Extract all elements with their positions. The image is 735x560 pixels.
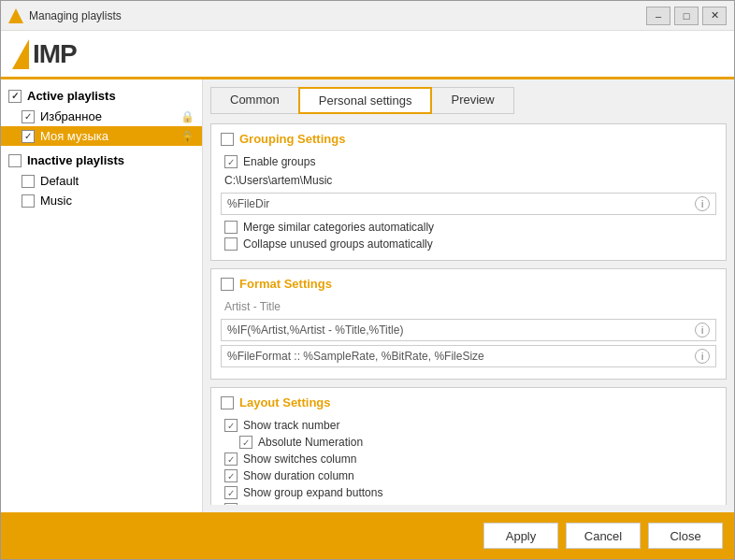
default-label: Default (40, 174, 79, 188)
merge-checkbox[interactable] (224, 221, 238, 234)
absolute-numeration-label: Absolute Numeration (258, 436, 363, 449)
show-duration-label: Show duration column (243, 469, 354, 482)
enable-groups-checkbox[interactable] (224, 155, 238, 168)
inactive-playlists-checkbox[interactable] (8, 154, 22, 167)
close-button[interactable]: Close (648, 523, 723, 549)
show-expand-label: Show group expand buttons (243, 486, 382, 499)
right-panel: Common Personal settings Preview Groupin… (203, 79, 734, 512)
cancel-button[interactable]: Cancel (566, 523, 641, 549)
filedir-input-row: i (221, 193, 716, 215)
minimize-button[interactable]: – (646, 7, 670, 25)
title-bar: Managing playlists – □ ✕ (1, 1, 734, 31)
show-duration-checkbox[interactable] (224, 469, 238, 482)
grouping-title: Grouping Settings (239, 132, 345, 146)
show-track-number-label: Show track number (243, 419, 339, 432)
svg-marker-0 (8, 8, 23, 23)
main-content: Active playlists Избранное 🔒 Моя музыка … (1, 79, 734, 512)
moya-muzika-checkbox[interactable] (22, 130, 35, 143)
absolute-numeration-checkbox[interactable] (239, 436, 252, 449)
grouping-section-checkbox[interactable] (221, 133, 234, 146)
apply-button[interactable]: Apply (483, 523, 558, 549)
playlist-item-music[interactable]: Music (1, 191, 202, 210)
left-panel: Active playlists Избранное 🔒 Моя музыка … (1, 79, 203, 512)
show-track-number-checkbox[interactable] (224, 419, 238, 432)
format-header: Format Settings (221, 277, 716, 291)
app-logo: IMP (12, 39, 77, 69)
show-switches-label: Show switches column (243, 452, 356, 466)
collapse-checkbox[interactable] (224, 237, 238, 251)
format-input2-row: i (221, 345, 716, 367)
show-duration-row: Show duration column (221, 467, 716, 484)
tab-personal[interactable]: Personal settings (298, 87, 433, 114)
collapse-row: Collapse unused groups automatically (221, 236, 716, 252)
main-window: Managing playlists – □ ✕ IMP Active play… (0, 0, 735, 560)
active-playlists-label: Active playlists (27, 89, 116, 103)
playlist-item-izbrannoye[interactable]: Избранное 🔒 (1, 107, 202, 126)
active-playlists-checkbox[interactable] (8, 90, 22, 103)
filedir-input[interactable] (227, 197, 695, 210)
lock-icon-2: 🔒 (180, 130, 195, 143)
tab-common[interactable]: Common (210, 87, 298, 114)
settings-tabs: Common Personal settings Preview (210, 87, 727, 114)
show-expand-row: Show group expand buttons (221, 484, 716, 501)
format2-info-icon[interactable]: i (695, 349, 710, 364)
grouping-header: Grouping Settings (221, 132, 716, 146)
layout-header: Layout Settings (221, 395, 716, 409)
logo-text: IMP (33, 39, 77, 69)
show-second-line-checkbox[interactable] (224, 503, 238, 505)
inactive-playlists-label: Inactive playlists (27, 153, 124, 167)
inactive-playlists-header[interactable]: Inactive playlists (1, 150, 202, 171)
playlist-item-default[interactable]: Default (1, 171, 202, 191)
format-section-checkbox[interactable] (221, 278, 234, 291)
show-expand-checkbox[interactable] (224, 486, 238, 499)
window-controls: – □ ✕ (646, 7, 727, 25)
tab-preview[interactable]: Preview (432, 87, 513, 114)
moya-muzika-label: Моя музыка (40, 129, 180, 143)
close-window-button[interactable]: ✕ (702, 7, 727, 25)
format-title: Format Settings (239, 277, 332, 291)
window-title: Managing playlists (29, 9, 646, 22)
format-input1-row: i (221, 319, 716, 341)
artist-title-label: Artist - Title (221, 298, 716, 315)
layout-settings-section: Layout Settings Show track number Absolu… (210, 387, 727, 505)
maximize-button[interactable]: □ (674, 7, 699, 25)
layout-title: Layout Settings (239, 395, 331, 409)
izbrannoye-label: Избранное (40, 109, 180, 123)
enable-groups-row: Enable groups (221, 153, 716, 170)
active-playlists-header[interactable]: Active playlists (1, 85, 202, 107)
lock-icon: 🔒 (180, 110, 195, 123)
logo-bar: IMP (1, 31, 734, 79)
path-display: C:\Users\artem\Music (221, 172, 716, 189)
format-input2[interactable] (227, 350, 695, 363)
window-icon (8, 8, 23, 23)
music-label: Music (40, 194, 72, 208)
merge-label: Merge similar categories automatically (243, 221, 434, 234)
show-second-line-label: Show second line with info (243, 503, 375, 505)
playlist-item-moya-muzika[interactable]: Моя музыка 🔒 (1, 126, 202, 146)
music-checkbox[interactable] (22, 194, 35, 208)
format-input1[interactable] (227, 323, 695, 337)
format-settings-section: Format Settings Artist - Title i i (210, 268, 727, 380)
merge-row: Merge similar categories automatically (221, 219, 716, 236)
settings-area: Grouping Settings Enable groups C:\Users… (210, 123, 727, 505)
format1-info-icon[interactable]: i (695, 323, 710, 337)
show-second-line-row: Show second line with info (221, 501, 716, 505)
collapse-label: Collapse unused groups automatically (243, 237, 433, 251)
show-switches-checkbox[interactable] (224, 452, 238, 466)
grouping-settings-section: Grouping Settings Enable groups C:\Users… (210, 123, 727, 261)
layout-section-checkbox[interactable] (221, 396, 234, 409)
bottom-bar: Apply Cancel Close (1, 512, 734, 559)
logo-triangle-icon (12, 39, 29, 69)
show-switches-row: Show switches column (221, 451, 716, 467)
izbrannoye-checkbox[interactable] (22, 110, 35, 123)
show-track-number-row: Show track number (221, 417, 716, 434)
absolute-numeration-row: Absolute Numeration (221, 434, 716, 451)
default-checkbox[interactable] (22, 175, 35, 188)
enable-groups-label: Enable groups (243, 155, 315, 168)
filedir-info-icon[interactable]: i (695, 196, 710, 211)
